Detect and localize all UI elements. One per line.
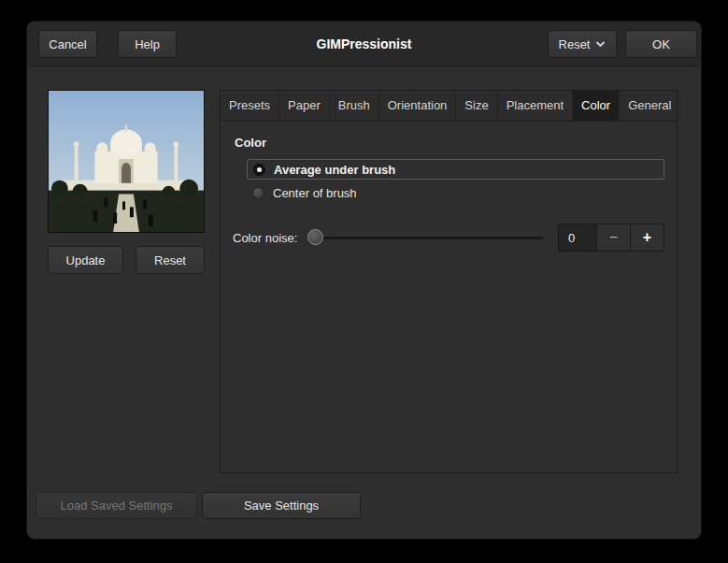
gimpressionist-dialog: GIMPressionist Cancel Help Reset OK bbox=[26, 21, 702, 540]
help-button-label: Help bbox=[135, 37, 160, 51]
tab-orientation[interactable]: Orientation bbox=[379, 91, 457, 121]
color-noise-row: Color noise: − + bbox=[233, 224, 664, 252]
save-settings-button[interactable]: Save Settings bbox=[202, 492, 361, 519]
radio-center-of-brush[interactable]: Center of brush bbox=[247, 182, 664, 203]
color-panel-heading: Color bbox=[235, 136, 664, 150]
help-button[interactable]: Help bbox=[118, 30, 177, 58]
ok-button-label: OK bbox=[652, 37, 670, 51]
tab-bar: Presets Paper Brush Orientation Size Pla… bbox=[221, 91, 677, 122]
header-bar: GIMPressionist Cancel Help Reset OK bbox=[27, 22, 701, 66]
load-saved-settings-button[interactable]: Load Saved Settings bbox=[36, 492, 197, 519]
color-option-group: Average under brush Center of brush bbox=[247, 159, 664, 203]
plus-icon: + bbox=[643, 229, 651, 246]
radio-center-label: Center of brush bbox=[273, 186, 357, 200]
cancel-button-label: Cancel bbox=[49, 37, 86, 51]
tab-paper[interactable]: Paper bbox=[279, 91, 330, 121]
color-noise-input[interactable] bbox=[558, 224, 597, 252]
radio-average-label: Average under brush bbox=[274, 163, 395, 177]
color-panel: Color Average under brush Center of brus… bbox=[221, 122, 677, 252]
increment-button[interactable]: + bbox=[631, 224, 664, 252]
color-noise-label: Color noise: bbox=[233, 231, 297, 245]
tab-presets[interactable]: Presets bbox=[221, 91, 279, 121]
radio-average-under-brush[interactable]: Average under brush bbox=[247, 159, 664, 180]
settings-notebook: Presets Paper Brush Orientation Size Pla… bbox=[220, 90, 678, 473]
tab-color[interactable]: Color bbox=[573, 91, 620, 121]
decrement-button[interactable]: − bbox=[597, 224, 631, 252]
cancel-button[interactable]: Cancel bbox=[38, 30, 97, 58]
preview-reset-button[interactable]: Reset bbox=[136, 246, 205, 274]
reset-dropdown-label: Reset bbox=[559, 37, 591, 51]
chevron-down-icon bbox=[595, 41, 606, 48]
preview-reset-label: Reset bbox=[154, 253, 186, 267]
color-noise-spinbox: − + bbox=[558, 224, 664, 252]
preview-image bbox=[48, 90, 205, 233]
minus-icon: − bbox=[609, 229, 618, 246]
ok-button[interactable]: OK bbox=[625, 30, 697, 58]
slider-track[interactable] bbox=[308, 237, 543, 239]
update-button-label: Update bbox=[66, 253, 106, 267]
slider-handle[interactable] bbox=[307, 229, 323, 245]
tab-size[interactable]: Size bbox=[456, 91, 497, 121]
save-settings-label: Save Settings bbox=[244, 498, 319, 512]
tab-general[interactable]: General bbox=[620, 91, 680, 121]
reset-dropdown-button[interactable]: Reset bbox=[548, 30, 617, 58]
tab-brush[interactable]: Brush bbox=[330, 91, 379, 121]
load-saved-settings-label: Load Saved Settings bbox=[61, 498, 173, 512]
radio-selected-icon bbox=[253, 164, 265, 176]
tab-placement[interactable]: Placement bbox=[498, 91, 573, 121]
radio-unselected-icon bbox=[252, 187, 264, 199]
color-noise-slider[interactable] bbox=[307, 224, 545, 252]
taj-mahal-preview-graphic bbox=[49, 91, 204, 232]
update-button[interactable]: Update bbox=[48, 246, 123, 274]
